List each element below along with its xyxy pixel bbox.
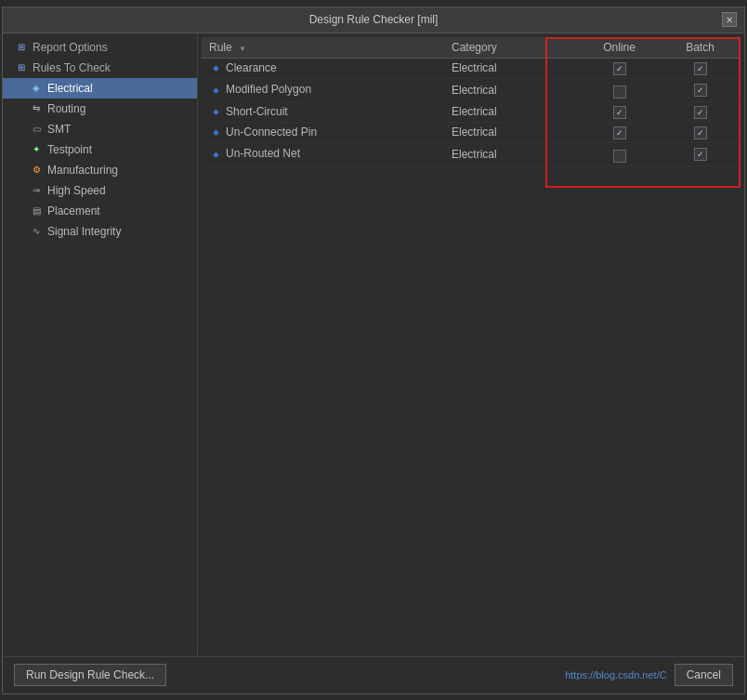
cell-rule: ◈Short-Circuit — [202, 101, 444, 122]
sort-arrow-rule: ▼ — [239, 45, 246, 53]
rules-icon: ⊞ — [14, 60, 29, 75]
electrical-icon: ◈ — [29, 81, 44, 96]
main-content: ⊞ Report Options ⊞ Rules To Check ◈ Elec… — [3, 33, 744, 656]
table-row: ◈Short-CircuitElectrical — [202, 101, 740, 122]
sidebar-item-rules-to-check[interactable]: ⊞ Rules To Check — [3, 58, 197, 78]
signal-icon: ∿ — [29, 224, 44, 239]
cell-batch[interactable] — [660, 78, 740, 101]
sidebar-label-placement: Placement — [47, 205, 100, 218]
testpoint-icon: ✦ — [29, 142, 44, 157]
cell-category: Electrical — [444, 142, 579, 165]
cell-category: Electrical — [444, 78, 579, 101]
footer: Run Design Rule Check... https://blog.cs… — [3, 656, 744, 693]
cell-category: Electrical — [444, 58, 579, 78]
sidebar-label-testpoint: Testpoint — [47, 143, 92, 156]
sidebar-label-high-speed: High Speed — [47, 184, 106, 197]
cell-rule: ◈Clearance — [202, 58, 444, 78]
rule-icon: ◈ — [209, 105, 222, 118]
cell-batch[interactable] — [660, 122, 740, 142]
content-area: Rule ▼ Category Online Bat — [198, 33, 744, 656]
cell-category: Electrical — [444, 101, 579, 122]
url-text: https://blog.csdn.net/C — [565, 669, 666, 680]
cell-batch[interactable] — [660, 101, 740, 122]
close-button[interactable]: ✕ — [722, 12, 737, 27]
cell-rule: ◈Modified Polygon — [202, 78, 444, 101]
sidebar-label-routing: Routing — [47, 102, 85, 115]
sidebar-item-electrical[interactable]: ◈ Electrical — [3, 78, 197, 99]
rules-table: Rule ▼ Category Online Bat — [202, 37, 740, 166]
col-header-online[interactable]: Online — [579, 37, 660, 59]
sidebar-item-routing[interactable]: ⇆ Routing — [3, 99, 197, 119]
main-window: Design Rule Checker [mil] ✕ ⊞ Report Opt… — [2, 7, 745, 694]
cell-online[interactable] — [579, 101, 660, 122]
placement-icon: ▤ — [29, 204, 44, 218]
col-category-label: Category — [452, 41, 497, 54]
table-container: Rule ▼ Category Online Bat — [198, 33, 744, 656]
rule-icon: ◈ — [209, 84, 222, 97]
col-batch-label: Batch — [686, 41, 714, 54]
col-header-rule[interactable]: Rule ▼ — [202, 37, 444, 59]
cell-batch[interactable] — [660, 58, 740, 78]
sidebar-label-manufacturing: Manufacturing — [47, 164, 118, 177]
sidebar-item-high-speed[interactable]: ⇒ High Speed — [3, 180, 197, 201]
highspeed-icon: ⇒ — [29, 183, 44, 198]
sidebar-item-signal-integrity[interactable]: ∿ Signal Integrity — [3, 221, 197, 242]
cell-online[interactable] — [579, 142, 660, 165]
titlebar: Design Rule Checker [mil] ✕ — [3, 7, 744, 33]
smt-icon: ▭ — [29, 122, 44, 137]
sidebar-item-placement[interactable]: ▤ Placement — [3, 201, 197, 221]
sidebar: ⊞ Report Options ⊞ Rules To Check ◈ Elec… — [3, 33, 198, 656]
window-title: Design Rule Checker [mil] — [25, 13, 722, 26]
checkbox-online[interactable] — [613, 126, 626, 139]
table-row: ◈Un-Connected PinElectrical — [202, 122, 740, 142]
rule-icon: ◈ — [209, 148, 222, 161]
cell-rule: ◈Un-Connected Pin — [202, 122, 444, 142]
rule-icon: ◈ — [209, 61, 222, 74]
sidebar-label-smt: SMT — [47, 123, 71, 136]
rule-icon: ◈ — [209, 125, 222, 139]
checkbox-online[interactable] — [613, 150, 626, 163]
col-header-category[interactable]: Category — [444, 37, 579, 59]
checkbox-online[interactable] — [613, 106, 626, 119]
sidebar-item-smt[interactable]: ▭ SMT — [3, 119, 197, 139]
checkbox-online[interactable] — [613, 86, 626, 99]
checkbox-online[interactable] — [613, 62, 626, 75]
col-header-batch[interactable]: Batch — [660, 37, 740, 59]
sidebar-label-signal-integrity: Signal Integrity — [47, 225, 121, 238]
col-online-label: Online — [603, 41, 636, 54]
footer-right: https://blog.csdn.net/C Cancel — [565, 664, 733, 686]
sidebar-item-testpoint[interactable]: ✦ Testpoint — [3, 139, 197, 160]
cell-online[interactable] — [579, 122, 660, 142]
cell-batch[interactable] — [660, 142, 740, 165]
run-drc-button[interactable]: Run Design Rule Check... — [14, 664, 166, 686]
checkbox-batch[interactable] — [694, 62, 707, 75]
cell-online[interactable] — [579, 58, 660, 78]
cell-rule: ◈Un-Routed Net — [202, 142, 444, 165]
table-row: ◈Modified PolygonElectrical — [202, 78, 740, 101]
manufacturing-icon: ⚙ — [29, 163, 44, 178]
sidebar-item-manufacturing[interactable]: ⚙ Manufacturing — [3, 160, 197, 180]
sidebar-item-report-options[interactable]: ⊞ Report Options — [3, 37, 197, 58]
checkbox-batch[interactable] — [694, 148, 707, 161]
routing-icon: ⇆ — [29, 101, 44, 116]
report-icon: ⊞ — [14, 40, 29, 55]
cell-online[interactable] — [579, 78, 660, 101]
sidebar-label-electrical: Electrical — [47, 82, 93, 95]
sidebar-label-rules-to-check: Rules To Check — [33, 61, 111, 74]
cell-category: Electrical — [444, 122, 579, 142]
col-rule-label: Rule — [209, 41, 232, 54]
checkbox-batch[interactable] — [694, 84, 707, 97]
cancel-button[interactable]: Cancel — [675, 664, 733, 686]
checkbox-batch[interactable] — [694, 106, 707, 119]
table-row: ◈Un-Routed NetElectrical — [202, 142, 740, 165]
sidebar-label-report-options: Report Options — [33, 41, 108, 54]
table-row: ◈ClearanceElectrical — [202, 58, 740, 78]
checkbox-batch[interactable] — [694, 126, 707, 139]
